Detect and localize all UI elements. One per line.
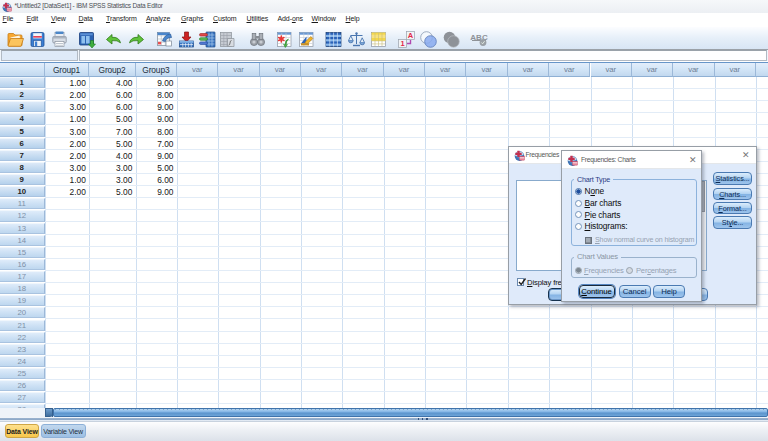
svg-text:A: A <box>407 31 413 40</box>
svg-text:1: 1 <box>400 39 404 48</box>
